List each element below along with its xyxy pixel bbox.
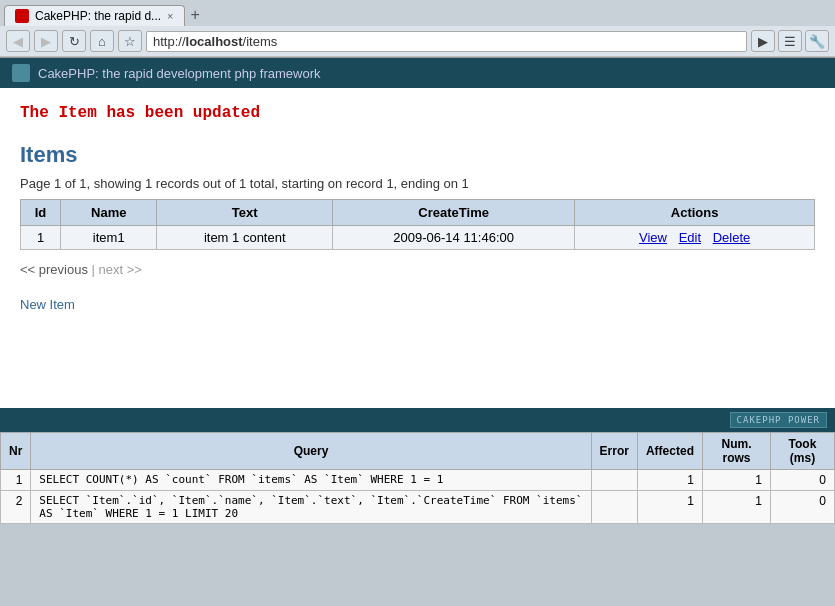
debug-took-2: 0 <box>770 491 834 524</box>
col-header-id: Id <box>21 200 61 226</box>
debug-affected-1: 1 <box>637 470 702 491</box>
prev-link[interactable]: << previous <box>20 262 88 277</box>
cell-text: item 1 content <box>157 226 333 250</box>
debug-col-error: Error <box>591 433 637 470</box>
new-item-link[interactable]: New Item <box>20 297 75 312</box>
app-header-title: CakePHP: the rapid development php frame… <box>38 66 321 81</box>
debug-col-numrows: Num. rows <box>702 433 770 470</box>
go-button[interactable]: ▶ <box>751 30 775 52</box>
view-link[interactable]: View <box>639 230 667 245</box>
tab-title: CakePHP: the rapid d... <box>35 9 161 23</box>
main-content: The Item has been updated Items Page 1 o… <box>0 88 835 408</box>
debug-col-took: Took (ms) <box>770 433 834 470</box>
debug-query-1: SELECT COUNT(*) AS `count` FROM `items` … <box>31 470 591 491</box>
address-protocol: http:// <box>153 34 186 49</box>
nav-right-buttons: ▶ ☰ 🔧 <box>751 30 829 52</box>
cell-id: 1 <box>21 226 61 250</box>
debug-nr-2: 2 <box>1 491 31 524</box>
pagination-info: Page 1 of 1, showing 1 records out of 1 … <box>20 176 815 191</box>
table-header-row: Id Name Text CreateTime Actions <box>21 200 815 226</box>
section-title: Items <box>20 142 815 168</box>
table-row: 1 item1 item 1 content 2009-06-14 11:46:… <box>21 226 815 250</box>
debug-col-affected: Affected <box>637 433 702 470</box>
app-header: CakePHP: the rapid development php frame… <box>0 58 835 88</box>
debug-affected-2: 1 <box>637 491 702 524</box>
address-bar[interactable]: http://localhost/items <box>146 31 747 52</box>
debug-col-query: Query <box>31 433 591 470</box>
debug-numrows-1: 1 <box>702 470 770 491</box>
debug-took-1: 0 <box>770 470 834 491</box>
debug-col-nr: Nr <box>1 433 31 470</box>
app-logo-icon <box>12 64 30 82</box>
debug-row-2: 2 SELECT `Item`.`id`, `Item`.`name`, `It… <box>1 491 835 524</box>
wrench-button[interactable]: 🔧 <box>805 30 829 52</box>
col-header-name: Name <box>61 200 157 226</box>
star-button[interactable]: ☆ <box>118 30 142 52</box>
address-host: localhost <box>186 34 243 49</box>
success-message: The Item has been updated <box>20 104 815 122</box>
cell-createtime: 2009-06-14 11:46:00 <box>332 226 574 250</box>
pagination-separator: | <box>88 262 99 277</box>
next-link[interactable]: next >> <box>99 262 142 277</box>
tab-favicon <box>15 9 29 23</box>
pagination-nav: << previous | next >> <box>20 262 815 277</box>
col-header-text: Text <box>157 200 333 226</box>
menu-button[interactable]: ☰ <box>778 30 802 52</box>
status-bar <box>0 524 835 542</box>
delete-link[interactable]: Delete <box>713 230 751 245</box>
forward-button[interactable]: ▶ <box>34 30 58 52</box>
cell-actions: View Edit Delete <box>575 226 815 250</box>
cakephp-badge: CAKEPHP POWER <box>730 412 827 428</box>
address-path: /items <box>243 34 278 49</box>
back-button[interactable]: ◀ <box>6 30 30 52</box>
active-tab[interactable]: CakePHP: the rapid d... × <box>4 5 185 26</box>
debug-nr-1: 1 <box>1 470 31 491</box>
tab-close-button[interactable]: × <box>167 10 173 22</box>
items-table: Id Name Text CreateTime Actions 1 item1 … <box>20 199 815 250</box>
debug-footer: CAKEPHP POWER <box>0 408 835 432</box>
cell-name: item1 <box>61 226 157 250</box>
col-header-actions: Actions <box>575 200 815 226</box>
debug-error-2 <box>591 491 637 524</box>
debug-table-area: Nr Query Error Affected Num. rows Took (… <box>0 432 835 524</box>
reload-button[interactable]: ↻ <box>62 30 86 52</box>
navigation-bar: ◀ ▶ ↻ ⌂ ☆ http://localhost/items ▶ ☰ 🔧 <box>0 26 835 57</box>
debug-header-row: Nr Query Error Affected Num. rows Took (… <box>1 433 835 470</box>
col-header-createtime: CreateTime <box>332 200 574 226</box>
tab-bar: CakePHP: the rapid d... × + <box>0 0 835 26</box>
debug-error-1 <box>591 470 637 491</box>
home-button[interactable]: ⌂ <box>90 30 114 52</box>
debug-row-1: 1 SELECT COUNT(*) AS `count` FROM `items… <box>1 470 835 491</box>
edit-link[interactable]: Edit <box>679 230 701 245</box>
debug-numrows-2: 1 <box>702 491 770 524</box>
browser-chrome: CakePHP: the rapid d... × + ◀ ▶ ↻ ⌂ ☆ ht… <box>0 0 835 58</box>
new-tab-button[interactable]: + <box>185 4 206 26</box>
debug-query-2: SELECT `Item`.`id`, `Item`.`name`, `Item… <box>31 491 591 524</box>
debug-table: Nr Query Error Affected Num. rows Took (… <box>0 432 835 524</box>
